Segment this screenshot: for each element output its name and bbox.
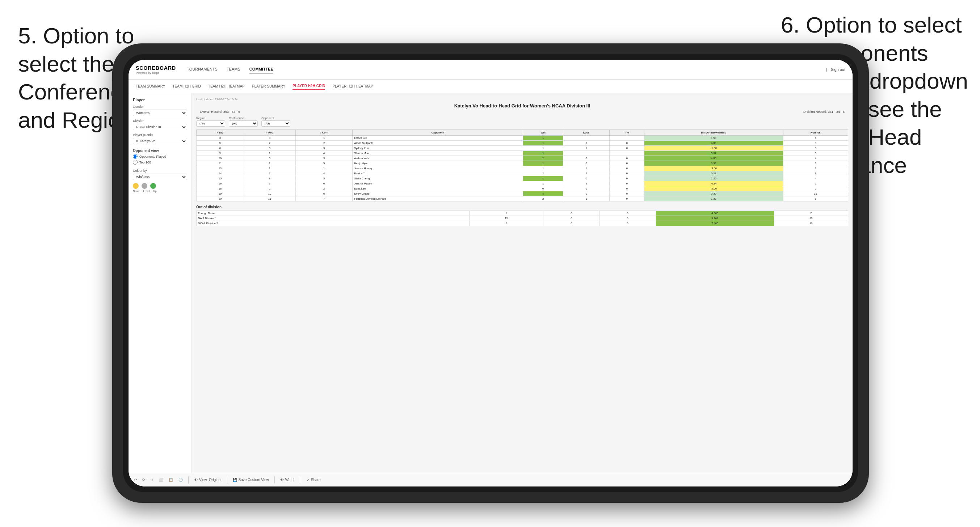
redo-button[interactable]: ↪ (151, 478, 153, 482)
td-win: 4 (523, 191, 563, 197)
td-reg: 2 (243, 161, 296, 166)
td-rounds: 11 (783, 191, 848, 197)
td-conf: 5 (296, 176, 352, 181)
share-button[interactable]: ↗ Share (307, 478, 321, 482)
table-row: 18 2 2 Euna Lee 0 0 0 -5.00 2 (197, 186, 848, 191)
table-row: 6 3 3 Sydney Kuo 1 1 0 -1.00 3 (197, 146, 848, 151)
sidebar-gender-select[interactable]: Women's (133, 110, 187, 116)
clock-button[interactable]: 🕐 (178, 478, 183, 482)
subnav-team-h2h-heatmap[interactable]: TEAM H2H HEATMAP (208, 83, 245, 90)
watch-icon: 👁 (280, 478, 284, 482)
td-div: 15 (197, 176, 244, 181)
th-conf: # Conf (296, 130, 352, 136)
td-diff: 3.33 (644, 161, 783, 166)
out-table-row: NCAA Division 2 5 0 0 7.400 10 (197, 221, 848, 226)
subnav-team-h2h-grid[interactable]: TEAM H2H GRID (173, 83, 201, 90)
td-diff: -3.00 (644, 166, 783, 171)
subnav-player-h2h-heatmap[interactable]: PLAYER H2H HEATMAP (332, 83, 373, 90)
table-row: 14 7 4 Eunice Yi 2 2 0 0.38 9 (197, 171, 848, 176)
td-conf: 7 (296, 197, 352, 202)
td-loss (563, 151, 610, 156)
th-rounds: Rounds (783, 130, 848, 136)
filter-region-select[interactable]: (All) (196, 121, 225, 127)
th-loss: Loss (563, 130, 610, 136)
td-rounds: 3 (783, 151, 848, 156)
toolbar-divider-4 (301, 476, 301, 484)
color-labels: Down Level Up (133, 189, 187, 193)
filter-opponent-label: Opponent (261, 116, 290, 120)
toolbar-divider-1 (188, 476, 189, 484)
watch-button[interactable]: 👁 Watch (280, 478, 296, 482)
td-reg: 3 (243, 136, 296, 141)
nav-teams[interactable]: TEAMS (227, 65, 240, 73)
td-reg: 8 (243, 176, 296, 181)
td-div: 14 (197, 171, 244, 176)
td-loss: 0 (563, 161, 610, 166)
td-diff: 4.00 (644, 156, 783, 161)
filter-conference-select[interactable]: (All) (229, 121, 258, 127)
copy-button[interactable]: ⬜ (159, 478, 163, 482)
subnav-player-summary[interactable]: PLAYER SUMMARY (252, 83, 285, 90)
td-rounds: 3 (783, 141, 848, 146)
save-custom-button[interactable]: 💾 Save Custom View (233, 478, 269, 482)
td-win: 1 (523, 166, 563, 171)
td-reg: 2 (243, 186, 296, 191)
bottom-toolbar: ↩ ⟳ ↪ ⬜ 📋 🕐 👁 View: Original 💾 Save Cust… (129, 473, 853, 486)
th-diff: Diff Av Strokes/Rnd (644, 130, 783, 136)
filter-opponent-select[interactable]: (All) (261, 121, 290, 127)
td-div: 11 (197, 161, 244, 166)
circle-green (150, 183, 156, 189)
undo-button[interactable]: ↩ (134, 478, 137, 482)
app-content: SCOREBOARD Powered by clippd TOURNAMENTS… (129, 60, 853, 486)
sidebar-radio-opponents[interactable]: Opponents Played (133, 154, 187, 159)
td-diff: 0.38 (644, 171, 783, 176)
td-opponent: Sharon Mun (353, 151, 523, 156)
subnav-team-summary[interactable]: TEAM SUMMARY (136, 83, 165, 90)
sidebar-player-rank-select[interactable]: 8. Katelyn Vo (133, 138, 187, 144)
nav-left: SCOREBOARD Powered by clippd TOURNAMENTS… (136, 65, 273, 75)
undo2-button[interactable]: ⟳ (142, 478, 145, 482)
update-text: Last Updated: 27/03/2024 10:34 (196, 98, 848, 101)
td-rounds: 4 (783, 176, 848, 181)
td-opponent: Alexis Sudjianto (353, 141, 523, 146)
td-reg: 3 (243, 181, 296, 186)
td-loss: 0 (563, 156, 610, 161)
filter-opponent-group: Opponent (All) (261, 116, 290, 127)
sidebar-radio-top100[interactable]: Top 100 (133, 160, 187, 165)
td-div: 5 (197, 141, 244, 146)
td-diff: -1.00 (644, 146, 783, 151)
td-out-tie: 0 (600, 216, 655, 221)
td-tie: 0 (610, 181, 644, 186)
sidebar-division-select[interactable]: NCAA Division III (133, 124, 187, 130)
td-conf: 2 (296, 186, 352, 191)
table-row: 19 10 6 Emily Chang 4 0 0 0.30 11 (197, 191, 848, 197)
td-loss: 1 (563, 197, 610, 202)
td-rounds: 9 (783, 171, 848, 176)
td-tie (610, 151, 644, 156)
table-row: 16 3 6 Jessica Mason 1 2 0 -0.94 7 (197, 181, 848, 186)
td-reg: 7 (243, 171, 296, 176)
view-original-button[interactable]: 👁 View: Original (194, 478, 221, 482)
nav-tournaments[interactable]: TOURNAMENTS (187, 65, 218, 73)
subnav-player-h2h-grid[interactable]: PLAYER H2H GRID (293, 83, 325, 90)
td-conf: 3 (296, 146, 352, 151)
table-row: 15 8 5 Stella Cheng 1 0 0 1.25 4 (197, 176, 848, 181)
td-div: 10 (197, 156, 244, 161)
td-rounds: 3 (783, 146, 848, 151)
td-div: 20 (197, 197, 244, 202)
th-div: # Div (197, 130, 244, 136)
td-win: 1 (523, 136, 563, 141)
sign-out-button[interactable]: Sign out (831, 66, 845, 73)
nav-committee[interactable]: COMMITTEE (250, 65, 273, 73)
paste-button[interactable]: 📋 (169, 478, 173, 482)
filter-region-label: Region (196, 116, 225, 120)
td-win: 0 (523, 186, 563, 191)
td-rounds: 4 (783, 156, 848, 161)
td-tie (610, 136, 644, 141)
toolbar-divider-2 (227, 476, 228, 484)
td-out-loss: 0 (543, 211, 600, 216)
td-conf: 1 (296, 136, 352, 141)
th-reg: # Reg (243, 130, 296, 136)
sidebar-colour-by-select[interactable]: Win/Loss (133, 174, 187, 180)
td-tie: 0 (610, 156, 644, 161)
